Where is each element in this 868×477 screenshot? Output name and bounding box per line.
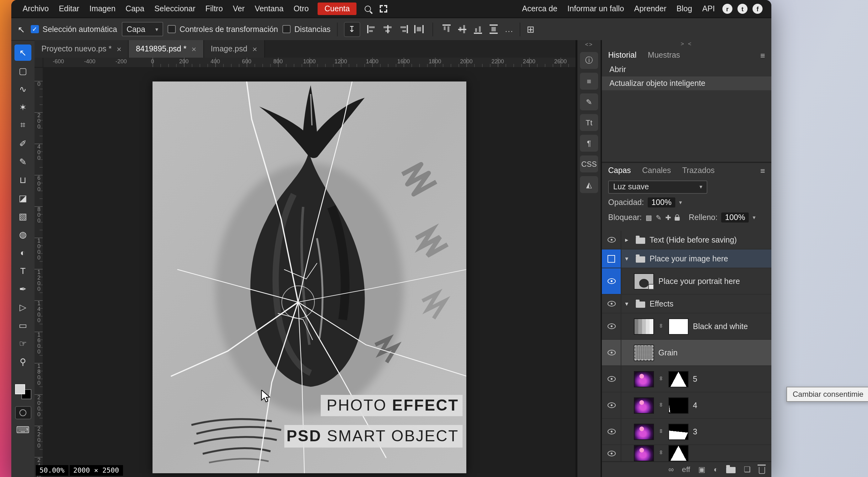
history-step-abrir[interactable]: Abrir xyxy=(602,63,771,76)
quick-mask-button[interactable] xyxy=(15,406,31,419)
chevron-down-icon[interactable]: ▾ xyxy=(679,199,682,206)
account-button[interactable]: Cuenta xyxy=(317,2,357,15)
magic-wand-tool[interactable]: ✶ xyxy=(14,99,31,115)
horizontal-ruler[interactable]: -800-600-400-200020040060080010001200140… xyxy=(34,58,576,68)
type-tool[interactable]: T xyxy=(14,262,31,279)
tab-trazados[interactable]: Trazados xyxy=(682,166,715,175)
keyboard-shortcuts-icon[interactable]: ⌨ xyxy=(16,424,30,436)
visibility-toggle[interactable] xyxy=(602,419,621,444)
document-viewport[interactable]: PHOTO EFFECT PSD SMART OBJECT xyxy=(43,67,576,477)
vertical-ruler[interactable]: 0200400600800100012001400160018002000220… xyxy=(34,67,43,477)
history-step-actualizar-objeto-inteligente[interactable]: Actualizar objeto inteligente xyxy=(602,76,771,90)
paragraph-panel-icon[interactable]: ¶ xyxy=(580,135,598,152)
layer-row-place-your-portrait-here[interactable]: Place your portrait here xyxy=(602,268,771,295)
visibility-toggle[interactable] xyxy=(602,249,621,268)
tab-proyecto-nuevo-ps[interactable]: Proyecto nuevo.ps *× xyxy=(34,40,129,58)
layer-mask-thumbnail[interactable] xyxy=(669,445,688,461)
layer-thumbnail[interactable] xyxy=(634,445,654,461)
more-options-button[interactable]: ... xyxy=(505,25,514,34)
visibility-toggle[interactable] xyxy=(602,231,621,249)
distribute-v-icon[interactable] xyxy=(489,25,497,34)
layer-row-black-and-white[interactable]: ∞Black and white xyxy=(602,313,771,340)
layer-thumbnail[interactable] xyxy=(634,397,654,413)
close-tab-icon[interactable]: × xyxy=(191,44,196,54)
tab-image-psd[interactable]: Image.psd× xyxy=(204,40,265,58)
chevron-down-icon[interactable]: ▾ xyxy=(752,214,755,220)
document-canvas[interactable]: PHOTO EFFECT PSD SMART OBJECT xyxy=(153,81,466,473)
menu-informar-un-fallo[interactable]: Informar un fallo xyxy=(562,4,629,13)
auto-select-target-dropdown[interactable]: Capa ▾ xyxy=(121,22,163,36)
foreground-color-swatch[interactable] xyxy=(15,384,25,394)
twitter-icon[interactable]: t xyxy=(738,4,747,14)
close-tab-icon[interactable]: × xyxy=(252,44,257,54)
link-layers-icon[interactable]: ∞ xyxy=(669,465,674,474)
visibility-toggle[interactable] xyxy=(602,445,621,461)
fullscreen-button[interactable] xyxy=(380,5,388,12)
zoom-tool[interactable]: ⚲ xyxy=(14,353,31,370)
reddit-icon[interactable]: r xyxy=(722,4,733,14)
close-tab-icon[interactable]: × xyxy=(117,44,121,54)
menu-filtro[interactable]: Filtro xyxy=(200,4,228,13)
visibility-toggle[interactable] xyxy=(602,268,621,294)
panel-menu-icon[interactable]: ≡ xyxy=(761,166,765,175)
align-center-h-icon[interactable] xyxy=(382,25,392,33)
eyedropper-tool[interactable]: ✐ xyxy=(14,135,31,151)
image-panel-icon[interactable]: ◭ xyxy=(580,176,598,193)
facebook-icon[interactable]: f xyxy=(752,4,763,14)
blend-mode-dropdown[interactable]: Luz suave ▾ xyxy=(608,180,707,193)
align-top-icon[interactable] xyxy=(442,25,450,34)
expand-arrow-icon[interactable]: ▾ xyxy=(625,255,631,262)
menu-otro[interactable]: Otro xyxy=(288,4,314,13)
panels-collapse-icon[interactable]: <> xyxy=(585,41,593,49)
pen-tool[interactable]: ✒ xyxy=(14,280,31,297)
glyphs-panel-icon[interactable]: Tt xyxy=(580,114,598,131)
delete-layer-icon[interactable] xyxy=(759,465,765,474)
layer-thumbnail[interactable] xyxy=(634,318,654,334)
layer-row-place-your-image-here[interactable]: ▾Place your image here xyxy=(602,249,771,268)
zoom-level[interactable]: 50.00% xyxy=(36,465,68,476)
layer-thumbnail[interactable] xyxy=(634,344,654,361)
select-tool[interactable]: ▢ xyxy=(14,62,31,79)
distribute-h-icon[interactable] xyxy=(414,25,423,33)
dodge-tool[interactable]: ◐ xyxy=(14,244,31,261)
align-right-icon[interactable] xyxy=(398,25,408,33)
edit-panel-icon[interactable]: ✎ xyxy=(580,93,598,110)
layer-row-partial[interactable]: ∞ xyxy=(602,445,771,461)
align-center-v-icon[interactable] xyxy=(458,25,466,34)
menu-archivo[interactable]: Archivo xyxy=(18,4,54,13)
visibility-toggle[interactable] xyxy=(602,295,621,313)
layer-row-5[interactable]: ∞5 xyxy=(602,366,771,393)
properties-panel-icon[interactable]: ≡ xyxy=(580,73,598,90)
visibility-toggle[interactable] xyxy=(602,340,621,366)
panels-collapse-button[interactable]: > < xyxy=(602,40,771,48)
lock-pixels-icon[interactable]: ✎ xyxy=(656,213,661,222)
layer-mask-thumbnail[interactable] xyxy=(669,318,688,334)
lock-position-icon[interactable]: ✚ xyxy=(665,213,671,222)
search-button[interactable] xyxy=(365,6,371,12)
path-select-tool[interactable]: ▷ xyxy=(14,299,31,315)
layer-effects-button[interactable]: eff xyxy=(682,465,690,474)
menu-ver[interactable]: Ver xyxy=(228,4,250,13)
visibility-toggle[interactable] xyxy=(602,393,621,418)
menu-ventana[interactable]: Ventana xyxy=(250,4,289,13)
tab-muestras[interactable]: Muestras xyxy=(648,51,680,60)
new-adjustment-icon[interactable]: ◐ xyxy=(714,465,718,474)
fill-value[interactable]: 100% xyxy=(721,212,749,223)
layer-row-text-hide-before-saving[interactable]: ▸Text (Hide before saving) xyxy=(602,231,771,249)
blur-tool[interactable]: ◍ xyxy=(14,226,31,242)
new-layer-icon[interactable]: ❏ xyxy=(744,465,751,474)
transform-controls-option[interactable]: Controles de transformación xyxy=(167,25,278,34)
layer-mask-thumbnail[interactable] xyxy=(669,397,688,413)
clone-stamp-tool[interactable]: ⊔ xyxy=(14,171,31,188)
layer-thumbnail[interactable] xyxy=(634,423,654,440)
lock-transparency-icon[interactable]: ▩ xyxy=(646,213,652,222)
menu-aprender[interactable]: Aprender xyxy=(629,4,672,13)
distances-option[interactable]: Distancias xyxy=(282,25,331,34)
layer-thumbnail[interactable] xyxy=(634,371,654,387)
layer-mask-thumbnail[interactable] xyxy=(669,423,688,440)
tab-capas[interactable]: Capas xyxy=(608,166,631,175)
arrange-grid-button[interactable]: ⊞ xyxy=(527,24,534,35)
expand-arrow-icon[interactable]: ▸ xyxy=(625,236,631,243)
gradient-tool[interactable]: ▧ xyxy=(14,208,31,224)
menu-capa[interactable]: Capa xyxy=(121,4,149,13)
